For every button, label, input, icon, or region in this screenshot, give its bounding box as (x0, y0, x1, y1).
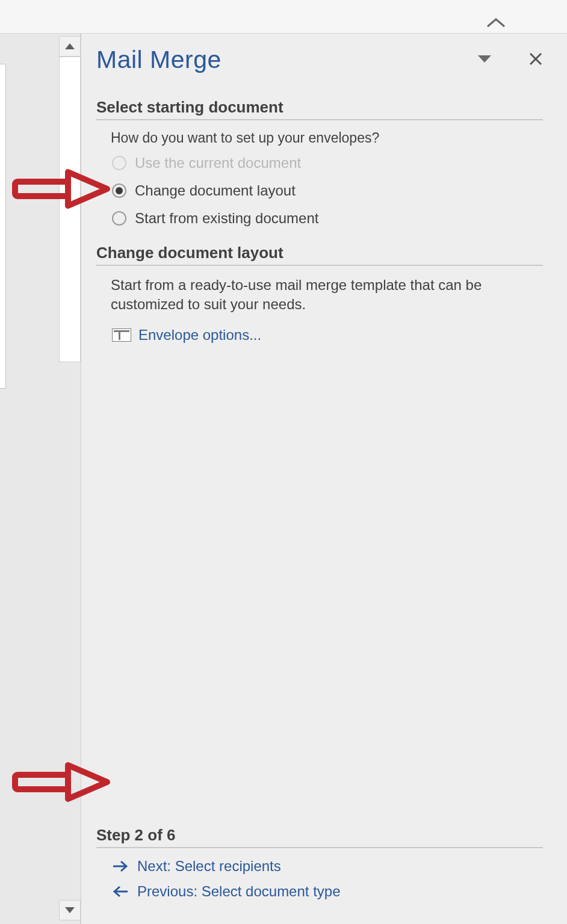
mail-merge-pane: Mail Merge Select starting document How … (82, 34, 567, 924)
svg-marker-6 (68, 172, 107, 206)
pane-options-button[interactable] (477, 54, 492, 66)
ribbon-collapse-toggle[interactable] (485, 17, 507, 29)
section-divider (96, 265, 543, 266)
scroll-up-button[interactable] (59, 36, 81, 57)
arrow-left-icon (112, 886, 129, 898)
link-label: Envelope options... (138, 327, 261, 343)
pane-controls (477, 52, 543, 69)
section-divider (96, 119, 543, 120)
ribbon-strip (0, 0, 567, 34)
annotation-arrow (11, 762, 113, 804)
previous-step-link[interactable]: Previous: Select document type (112, 883, 543, 900)
link-label: Previous: Select document type (137, 883, 341, 900)
section-starting-document: Select starting document How do you want… (96, 98, 543, 227)
pane-close-button[interactable] (528, 52, 543, 69)
envelope-options-link[interactable]: Envelope options... (112, 327, 543, 343)
svg-rect-5 (15, 182, 68, 196)
section-heading: Select starting document (96, 98, 543, 117)
radio-label: Change document layout (135, 182, 296, 199)
scroll-down-button[interactable] (59, 900, 81, 920)
section-question: How do you want to set up your envelopes… (111, 130, 543, 146)
section-body-text: Start from a ready-to-use mail merge tem… (111, 276, 528, 315)
radio-label: Start from existing document (135, 210, 318, 227)
section-divider (96, 847, 543, 848)
pane-title: Mail Merge (96, 46, 477, 74)
document-page (0, 64, 6, 389)
svg-marker-0 (478, 55, 491, 63)
envelope-icon (112, 328, 131, 342)
radio-label: Use the current document (135, 155, 301, 171)
arrow-right-icon (112, 860, 129, 872)
radio-icon (112, 211, 126, 226)
svg-rect-7 (15, 775, 68, 789)
triangle-down-icon (65, 907, 75, 913)
pane-header: Mail Merge (96, 46, 543, 74)
chevron-down-icon (477, 54, 492, 64)
radio-list: Use the current document Change document… (112, 155, 543, 227)
section-heading: Change document layout (96, 244, 543, 262)
svg-marker-8 (68, 765, 107, 799)
next-step-link[interactable]: Next: Select recipients (112, 858, 543, 875)
pane-footer: Step 2 of 6 Next: Select recipients Prev… (96, 826, 543, 908)
step-indicator: Step 2 of 6 (96, 826, 543, 845)
annotation-arrow (11, 168, 113, 211)
link-label: Next: Select recipients (137, 858, 281, 875)
radio-start-from-existing-document[interactable]: Start from existing document (112, 210, 543, 227)
triangle-up-icon (65, 43, 75, 49)
close-icon (528, 52, 543, 66)
radio-icon (112, 156, 126, 170)
chevron-up-icon (485, 17, 507, 29)
radio-use-current-document: Use the current document (112, 155, 543, 171)
radio-change-document-layout[interactable]: Change document layout (112, 182, 543, 199)
section-change-document-layout: Change document layout Start from a read… (96, 244, 543, 343)
radio-icon (112, 183, 126, 198)
